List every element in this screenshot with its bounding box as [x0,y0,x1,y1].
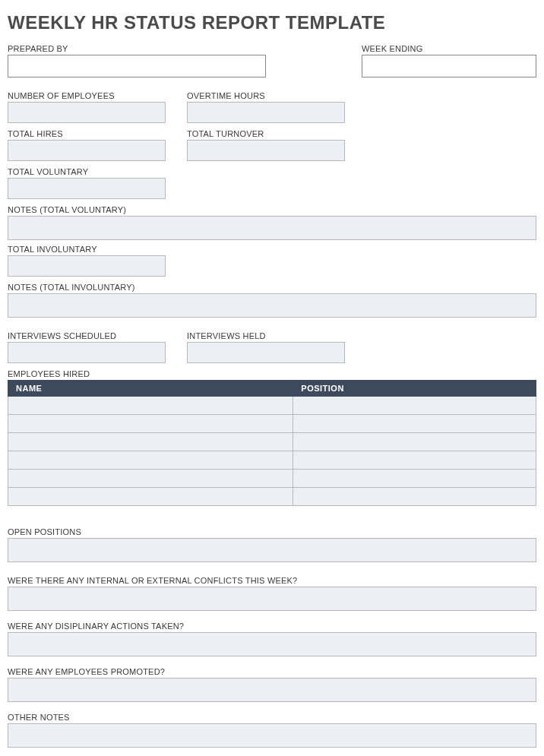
conflicts-label: WERE THERE ANY INTERNAL OR EXTERNAL CONF… [8,576,536,585]
table-cell-position-input[interactable] [298,419,531,429]
prepared-by-label: PREPARED BY [8,44,266,53]
interviews-scheduled-label: INTERVIEWS SCHEDULED [8,331,166,340]
employees-hired-label: EMPLOYEES HIRED [8,369,536,378]
table-cell-name-input[interactable] [13,438,288,447]
disciplinary-input[interactable] [8,632,536,656]
table-cell-name-input[interactable] [13,474,288,483]
total-turnover-input[interactable] [187,140,345,161]
table-cell-position-input[interactable] [298,438,531,447]
week-ending-input[interactable] [362,55,536,77]
promoted-input[interactable] [8,678,536,702]
table-header-position: POSITION [293,381,536,397]
num-employees-label: NUMBER OF EMPLOYEES [8,91,166,100]
table-cell-name-input[interactable] [13,456,288,465]
total-hires-label: TOTAL HIRES [8,129,166,138]
open-positions-label: OPEN POSITIONS [8,527,536,536]
table-cell-position-input[interactable] [298,474,531,483]
overtime-hours-label: OVERTIME HOURS [187,91,345,100]
total-hires-input[interactable] [8,140,166,161]
table-cell-position-input[interactable] [298,401,531,410]
table-cell-name-input[interactable] [13,492,288,501]
total-involuntary-label: TOTAL INVOLUNTARY [8,245,166,254]
notes-involuntary-label: NOTES (TOTAL INVOLUNTARY) [8,283,536,292]
table-row [8,415,536,433]
employees-hired-table: NAME POSITION [8,380,536,506]
table-row [8,451,536,470]
open-positions-input[interactable] [8,538,536,562]
conflicts-input[interactable] [8,587,536,611]
table-header-name: NAME [8,381,293,397]
notes-involuntary-input[interactable] [8,293,536,318]
total-turnover-label: TOTAL TURNOVER [187,129,345,138]
table-cell-position-input[interactable] [298,456,531,465]
table-cell-name-input[interactable] [13,401,288,410]
num-employees-input[interactable] [8,102,166,123]
total-voluntary-input[interactable] [8,178,166,199]
promoted-label: WERE ANY EMPLOYEES PROMOTED? [8,667,536,676]
interviews-held-input[interactable] [187,342,345,363]
interviews-scheduled-input[interactable] [8,342,166,363]
other-notes-label: OTHER NOTES [8,713,536,722]
notes-voluntary-label: NOTES (TOTAL VOLUNTARY) [8,205,536,214]
overtime-hours-input[interactable] [187,102,345,123]
table-row [8,488,536,506]
table-row [8,433,536,451]
other-notes-input[interactable] [8,723,536,748]
week-ending-label: WEEK ENDING [362,44,536,53]
total-involuntary-input[interactable] [8,255,166,277]
table-cell-position-input[interactable] [298,492,531,501]
table-cell-name-input[interactable] [13,419,288,429]
prepared-by-input[interactable] [8,55,266,77]
total-voluntary-label: TOTAL VOLUNTARY [8,167,166,176]
interviews-held-label: INTERVIEWS HELD [187,331,345,340]
table-row [8,397,536,415]
page-title: WEEKLY HR STATUS REPORT TEMPLATE [8,12,536,33]
notes-voluntary-input[interactable] [8,216,536,240]
table-row [8,470,536,488]
disciplinary-label: WERE ANY DISIPLINARY ACTIONS TAKEN? [8,622,536,631]
